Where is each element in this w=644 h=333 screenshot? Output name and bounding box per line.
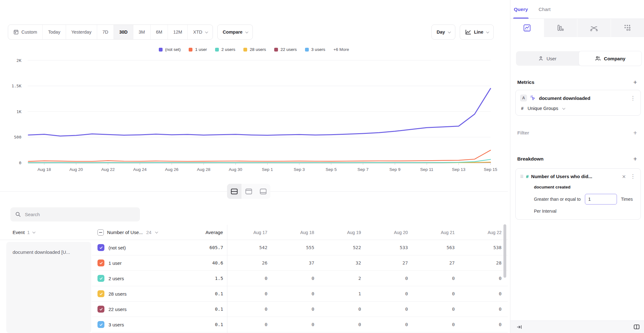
chart-only-view-icon	[245, 188, 252, 194]
legend-label: 1 user	[195, 47, 207, 52]
chevron-down-icon	[486, 30, 489, 33]
line-chart-icon	[523, 24, 531, 32]
average-cell: 0.1	[170, 322, 227, 327]
series-cell: (not set)	[92, 244, 170, 251]
legend-item[interactable]: (not set)	[159, 47, 181, 52]
average-column-header: Average	[170, 230, 227, 235]
collapse-panel-icon[interactable]	[517, 325, 522, 330]
legend-item[interactable]: 1 user	[189, 47, 207, 52]
series-checkbox[interactable]	[97, 244, 104, 251]
compare-label: Compare	[223, 30, 242, 35]
value-cell: 0	[227, 322, 274, 327]
select-all-checkbox[interactable]	[97, 229, 104, 236]
metric-card[interactable]: A document downloaded ⋮ # Unique Groups	[515, 90, 641, 116]
legend-label: 22 users	[280, 47, 297, 52]
tab-chart[interactable]: Chart	[539, 0, 551, 19]
condition-value-input[interactable]	[585, 194, 617, 205]
range-today[interactable]: Today	[42, 25, 66, 39]
drag-handle-icon[interactable]: ☰	[520, 174, 524, 179]
table-row: 2 users1.5002000	[92, 271, 508, 286]
add-metric-button[interactable]: +	[633, 79, 637, 85]
series-checkbox[interactable]	[97, 275, 104, 282]
legend-item[interactable]: 28 users	[243, 47, 266, 52]
series-cell: 3 users	[92, 321, 170, 328]
granularity-button[interactable]: Day	[431, 25, 456, 40]
date-column-header: Aug 20	[367, 230, 414, 235]
svg-text:Sep 15: Sep 15	[484, 167, 497, 172]
breakdown-title: Breakdown	[517, 156, 544, 162]
metrics-title: Metrics	[517, 79, 534, 85]
series-checkbox[interactable]	[97, 321, 104, 328]
series-cell: 22 users	[92, 306, 170, 313]
event-column-header[interactable]: Event 1	[0, 230, 92, 235]
value-cell: 28	[461, 260, 508, 265]
series-checkbox[interactable]	[97, 306, 104, 313]
breakdown-kebab-icon[interactable]: ⋮	[630, 173, 636, 180]
panel-tabs: Query Chart	[510, 0, 644, 19]
average-cell: 0.1	[170, 291, 227, 296]
compare-button[interactable]: Compare	[217, 25, 253, 40]
scope-user[interactable]: User	[516, 51, 579, 66]
toggle-panel-icon[interactable]	[634, 324, 640, 330]
series-checkbox[interactable]	[97, 290, 104, 297]
breakdown-card[interactable]: ☰ # Number of Users who did... × ⋮ docum…	[515, 168, 641, 220]
table-scrollbar[interactable]	[503, 224, 506, 278]
value-cell: 0	[274, 291, 321, 296]
range-3m[interactable]: 3M	[133, 25, 150, 39]
add-breakdown-button[interactable]: +	[633, 156, 637, 162]
value-cell: 0	[414, 291, 461, 296]
range-6m[interactable]: 6M	[150, 25, 168, 39]
value-cell: 0	[227, 307, 274, 312]
line-chart-type-button[interactable]	[510, 19, 544, 37]
legend-swatch	[305, 48, 309, 52]
event-name-cell[interactable]: document downloaded [U...	[6, 242, 91, 333]
series-checkbox[interactable]	[97, 259, 104, 266]
range-custom[interactable]: Custom	[8, 25, 42, 39]
chart-only-view-button[interactable]	[242, 184, 256, 199]
value-cell: 0	[227, 276, 274, 281]
chevron-down-icon[interactable]	[562, 106, 565, 110]
value-cell: 37	[274, 260, 321, 265]
close-icon[interactable]: ×	[621, 173, 627, 180]
series-label: 28 users	[108, 291, 127, 297]
range-yesterday[interactable]: Yesterday	[66, 25, 97, 39]
chevron-down-icon	[32, 230, 36, 233]
scope-company[interactable]: Company	[579, 51, 642, 66]
legend-item[interactable]: 3 users	[305, 47, 325, 52]
value-cell: 26	[227, 260, 274, 265]
range-label: 6M	[156, 30, 162, 35]
range-12m[interactable]: 12M	[168, 25, 187, 39]
svg-text:Aug 26: Aug 26	[165, 167, 179, 172]
more-charts-grid-type-button[interactable]	[611, 19, 644, 37]
table-header: Event 1 Number of Use... 24 Average Aug …	[0, 225, 508, 240]
range-xtd[interactable]: XTD	[187, 25, 213, 39]
search-input[interactable]	[25, 212, 135, 217]
chart-type-button[interactable]: Line	[460, 25, 494, 40]
series-column-header[interactable]: Number of Use... 24	[92, 229, 170, 236]
bar-chart-type-button[interactable]	[544, 19, 577, 37]
scope-company-label: Company	[604, 56, 625, 61]
breakdown-section-header: Breakdown +	[510, 156, 644, 162]
line-chart[interactable]: 05001K1.5K2KAug 18Aug 20Aug 22Aug 24Aug …	[0, 57, 508, 176]
average-cell: 605.7	[170, 245, 227, 250]
legend-more[interactable]: +6 More	[333, 47, 349, 52]
legend-item[interactable]: 2 users	[215, 47, 235, 52]
value-cell: 1	[320, 291, 367, 296]
table-only-view-button[interactable]	[256, 184, 270, 199]
range-label: Yesterday	[71, 30, 92, 35]
range-30d[interactable]: 30D	[114, 25, 133, 39]
tab-query[interactable]: Query	[514, 0, 528, 19]
split-view-button[interactable]	[227, 184, 242, 199]
range-label: 7D	[103, 30, 108, 35]
svg-text:Sep 9: Sep 9	[389, 167, 400, 172]
svg-text:1K: 1K	[16, 109, 21, 114]
add-filter-button[interactable]: +	[633, 129, 637, 136]
metric-kebab-icon[interactable]: ⋮	[630, 95, 636, 101]
range-7d[interactable]: 7D	[97, 25, 114, 39]
flow-chart-type-button[interactable]	[577, 19, 611, 37]
table-only-view-icon	[260, 188, 267, 194]
value-cell: 0	[367, 307, 414, 312]
legend-item[interactable]: 22 users	[274, 47, 297, 52]
series-label: 22 users	[108, 307, 127, 312]
legend-swatch	[243, 48, 247, 52]
